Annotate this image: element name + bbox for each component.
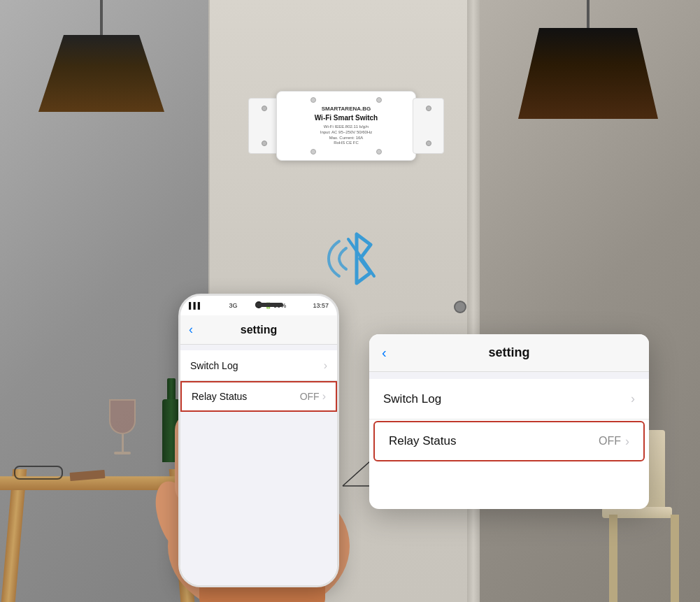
bracket-screw-bottom-right	[426, 141, 431, 146]
popup-switch-log-label: Switch Log	[383, 392, 441, 406]
popup-spacer-1	[369, 372, 649, 379]
screw-br	[376, 149, 382, 155]
phone-relay-chevron: ›	[322, 390, 326, 403]
phone-switch-log-label: Switch Log	[190, 360, 238, 371]
phone-outer-shell: ▌▌▌ 3G 🔋 90% 13:57 ‹ setting Switch Log …	[178, 294, 339, 587]
signal-strength: ▌▌▌	[189, 302, 202, 309]
phone-relay-status-label: Relay Status	[192, 391, 247, 402]
popup-panel: ‹ setting Switch Log › Relay Status OFF …	[369, 334, 649, 509]
device-right-bracket	[413, 98, 444, 154]
device-specs: Wi-Fi IEEE.802.11 b/g/n Input: AC 95~250…	[320, 124, 373, 146]
bracket-screw-bottom-left	[262, 141, 267, 146]
chair-leg2	[671, 515, 679, 602]
popup-title: setting	[488, 345, 529, 360]
network-type: 3G	[229, 302, 237, 309]
chair-leg1	[609, 515, 617, 602]
phone-spacer-1	[180, 345, 337, 350]
popup-relay-status-item[interactable]: Relay Status OFF ›	[373, 421, 645, 461]
device-title: Wi-Fi Smart Switch	[315, 114, 378, 122]
background-scene: SMARTARENA.BG Wi-Fi Smart Switch Wi-Fi I…	[0, 0, 700, 602]
popup-switch-log-item[interactable]: Switch Log ›	[369, 379, 649, 420]
popup-relay-status-value: OFF	[599, 435, 621, 447]
right-room	[480, 0, 700, 602]
door-handle	[454, 301, 466, 313]
lamp-cord-left	[100, 0, 103, 35]
phone-relay-status-right: OFF ›	[300, 390, 326, 403]
bracket-screw-top-left	[262, 106, 267, 111]
popup-header: ‹ setting	[369, 334, 649, 372]
popup-relay-status-right: OFF ›	[599, 434, 629, 449]
lamp-shade-right	[518, 28, 658, 119]
phone-back-button[interactable]: ‹	[189, 322, 193, 337]
phone-switch-log-item[interactable]: Switch Log ›	[180, 350, 337, 381]
phone: ▌▌▌ 3G 🔋 90% 13:57 ‹ setting Switch Log …	[178, 294, 360, 587]
phone-switch-log-right: ›	[324, 359, 327, 372]
door-frame-right	[467, 0, 480, 602]
bracket-screw-top-right	[426, 106, 431, 111]
wifi-switch-device: SMARTARENA.BG Wi-Fi Smart Switch Wi-Fi I…	[248, 91, 444, 182]
popup-switch-log-chevron: ›	[631, 392, 635, 406]
lamp-right	[518, 0, 658, 119]
phone-speaker	[255, 303, 283, 307]
phone-relay-status-value: OFF	[300, 391, 320, 402]
screw-tl	[310, 97, 316, 103]
eyeglasses	[14, 466, 63, 480]
lamp-cord-right	[587, 0, 590, 28]
popup-switch-log-right: ›	[631, 392, 635, 406]
phone-nav-bar: ‹ setting	[180, 315, 337, 345]
lamp-left	[38, 0, 164, 112]
wine-glass	[108, 399, 136, 462]
popup-relay-chevron: ›	[625, 434, 629, 449]
popup-relay-status-label: Relay Status	[389, 434, 456, 448]
lamp-shade-left	[38, 35, 164, 112]
phone-screen: ▌▌▌ 3G 🔋 90% 13:57 ‹ setting Switch Log …	[180, 296, 337, 585]
screw-bl	[310, 149, 316, 155]
phone-nav-title: setting	[241, 324, 277, 336]
device-brand: SMARTARENA.BG	[322, 106, 371, 112]
screw-tr	[376, 97, 382, 103]
device-main-body: SMARTARENA.BG Wi-Fi Smart Switch Wi-Fi I…	[276, 91, 416, 161]
phone-relay-status-item[interactable]: Relay Status OFF ›	[180, 381, 337, 412]
popup-back-button[interactable]: ‹	[382, 345, 387, 361]
phone-switch-log-chevron: ›	[324, 359, 327, 372]
device-left-bracket	[248, 98, 280, 154]
clock: 13:57	[313, 302, 329, 309]
